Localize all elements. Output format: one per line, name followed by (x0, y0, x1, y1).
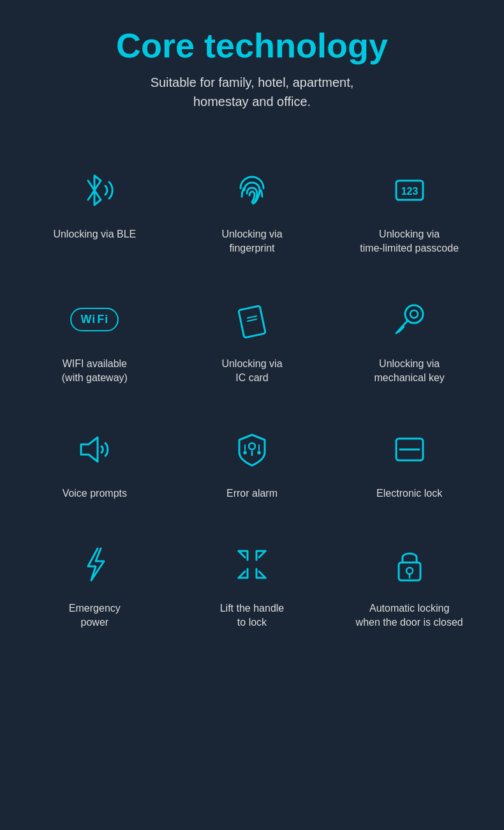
ble-label: Unlocking via BLE (53, 227, 136, 241)
feature-passcode: 123 Unlocking viatime-limited passcode (334, 149, 485, 266)
svg-point-6 (410, 310, 418, 318)
mechanical-key-icon (384, 294, 435, 345)
alarm-label: Error alarm (226, 487, 278, 501)
page-subtitle: Suitable for family, hotel, apartment, h… (116, 73, 388, 111)
page-header: Core technology Suitable for family, hot… (116, 26, 388, 111)
auto-lock-label: Automatic lockingwhen the door is closed (356, 601, 463, 630)
svg-line-7 (396, 321, 408, 333)
wifi-label: WIFI available(with gateway) (62, 357, 128, 386)
feature-mechanical-key: Unlocking viamechanical key (334, 279, 485, 396)
feature-ic-card: Unlocking viaIC card (177, 279, 328, 396)
lift-handle-label: Lift the handleto lock (220, 601, 285, 630)
svg-point-11 (249, 443, 255, 449)
ic-card-label: Unlocking viaIC card (221, 357, 282, 386)
feature-ble: Unlocking via BLE (19, 149, 170, 266)
feature-emergency-power: Emergencypower (19, 524, 170, 640)
page-title: Core technology (116, 26, 388, 65)
svg-rect-2 (239, 306, 265, 338)
svg-marker-10 (81, 437, 98, 462)
ble-icon (69, 165, 120, 216)
lift-handle-icon (226, 539, 278, 590)
electronic-lock-label: Electronic lock (376, 487, 442, 501)
feature-voice: Voice prompts (19, 409, 170, 511)
wifi-icon: WiFi (69, 294, 120, 345)
fingerprint-label: Unlocking viafingerprint (221, 227, 282, 256)
feature-fingerprint: Unlocking viafingerprint (177, 149, 328, 266)
fingerprint-icon (226, 165, 278, 216)
svg-point-14 (244, 451, 246, 453)
svg-point-20 (406, 568, 413, 574)
feature-alarm: Error alarm (177, 409, 328, 511)
emergency-power-label: Emergencypower (69, 601, 121, 630)
feature-electronic-lock: Electronic lock (334, 409, 485, 511)
emergency-power-icon (69, 539, 120, 590)
feature-lift-handle: Lift the handleto lock (177, 524, 328, 640)
ic-card-icon (226, 294, 278, 345)
svg-text:123: 123 (401, 186, 418, 197)
electronic-lock-icon (384, 424, 435, 475)
voice-label: Voice prompts (63, 487, 127, 501)
svg-line-3 (248, 316, 256, 318)
features-grid: Unlocking via BLE Unlocking viafingerpri… (19, 149, 485, 640)
passcode-label: Unlocking viatime-limited passcode (360, 227, 459, 256)
svg-line-4 (248, 319, 256, 321)
auto-lock-icon (384, 539, 435, 590)
feature-auto-lock: Automatic lockingwhen the door is closed (334, 524, 485, 640)
alarm-icon (226, 424, 278, 475)
passcode-icon: 123 (384, 165, 435, 216)
voice-icon (69, 424, 120, 475)
feature-wifi: WiFi WIFI available(with gateway) (19, 279, 170, 396)
wifi-badge: WiFi (70, 308, 119, 331)
svg-point-16 (258, 451, 260, 453)
mechanical-key-label: Unlocking viamechanical key (374, 357, 445, 386)
